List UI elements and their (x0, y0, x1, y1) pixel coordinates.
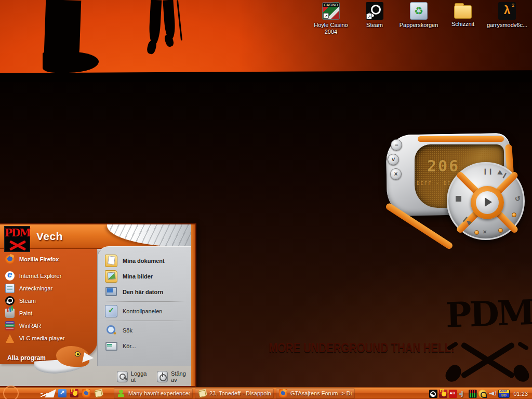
icon-label: Steam (353, 22, 396, 29)
start-button[interactable] (41, 389, 56, 398)
headset-tray-icon[interactable] (478, 390, 487, 398)
menu-item-label: Mozilla Firefox (19, 256, 59, 262)
stop-button[interactable] (456, 196, 461, 202)
desktop-icon-recycle-bin[interactable]: Papperskorgen (397, 2, 441, 29)
start-menu: PDM Vech Mozilla Firefox Internet Explor… (0, 223, 196, 387)
desktop: MORE UNDERGROUND THAN HELL! PDM ↗ Hoyle … (0, 0, 532, 399)
steam-tray-icon[interactable] (429, 390, 437, 398)
ati-tray-icon[interactable] (449, 390, 457, 398)
logout-label: Logga ut (131, 370, 152, 383)
task-title: Many havn't experienced... (128, 390, 190, 396)
vlc-icon (5, 334, 15, 343)
close-button[interactable]: × (390, 168, 402, 180)
menu-item-winrar[interactable]: WinRAR (0, 320, 97, 332)
notepad-icon (5, 284, 15, 293)
task-title: GTAsajtens Forum -> Du... (290, 390, 352, 396)
task-title: 23. Tonedeff - Disappoint... (209, 390, 271, 396)
wallpaper-tagline: MORE UNDERGROUND THAN HELL! (269, 341, 445, 356)
system-tray: 01:23 (425, 388, 531, 399)
menu-item-internet-explorer[interactable]: Internet Explorer (0, 270, 97, 282)
mirc-quicklaunch-icon[interactable] (70, 389, 78, 397)
menu-item-steam[interactable]: Steam (0, 295, 97, 307)
task-buttons: Many havn't experienced... 23. Tonedeff … (114, 388, 355, 399)
menu-item-my-computer[interactable]: Den här datorn (98, 284, 192, 300)
shutdown-button[interactable]: Stäng av (157, 370, 192, 383)
all-programs-button[interactable]: Alla program (7, 354, 46, 362)
option-dot-button[interactable] (474, 230, 479, 235)
menu-item-run[interactable]: Kör... (98, 338, 192, 354)
minimize-button[interactable]: − (391, 139, 402, 151)
desktop-icon-hoyle-casino[interactable]: ↗ Hoyle Casino 2004 (309, 2, 353, 35)
messenger-quicklaunch-icon[interactable] (58, 389, 66, 397)
icon-label: garrysmodv6c... (485, 22, 529, 29)
files-quicklaunch-icon[interactable] (94, 389, 102, 397)
start-button-orb[interactable] (3, 385, 19, 399)
repeat-button[interactable]: ↺ (515, 195, 521, 203)
desktop-icon-schizznit[interactable]: Schizznit (441, 2, 485, 28)
shortcut-arrow-icon: ↗ (323, 13, 329, 19)
media-player-titlebar[interactable] (418, 136, 504, 142)
option-dot-button[interactable] (498, 228, 503, 233)
play-button[interactable] (476, 191, 499, 214)
desktop-icon-garrysmod[interactable]: garrysmodv6c... (485, 2, 529, 29)
icon-label-line2: 2004 (325, 29, 337, 35)
menu-item-paint[interactable]: Paint (0, 307, 97, 320)
menu-item-label: Kör... (123, 343, 136, 349)
menu-item-my-pictures[interactable]: Mina bilder (98, 269, 192, 284)
power-icon (157, 371, 168, 382)
pdm-logo: PDM (4, 226, 30, 252)
winamp-files-icon (198, 389, 206, 397)
menu-item-control-panel[interactable]: Kontrollpanelen (98, 303, 192, 319)
folder-icon (454, 5, 472, 19)
half-life-lambda-icon (498, 2, 516, 20)
daemon-tools-tray-icon[interactable] (459, 390, 467, 398)
firefox-icon (5, 255, 15, 264)
menu-divider (105, 301, 185, 302)
pause-button[interactable]: ❙❙ (483, 168, 493, 175)
option-dot-button[interactable] (512, 212, 516, 217)
menu-divider (105, 321, 185, 321)
icon-label: Papperskorgen (397, 22, 441, 29)
eagle-beak (82, 352, 95, 365)
menu-item-search[interactable]: Sök (98, 323, 192, 338)
key-icon (117, 371, 128, 382)
run-icon (105, 340, 117, 352)
logout-button[interactable]: Logga ut (117, 370, 152, 383)
menu-item-anteckningar[interactable]: Anteckningar (0, 282, 97, 295)
task-button-firefox[interactable]: GTAsajtens Forum -> Du... (276, 388, 355, 399)
eagle-decoration (56, 346, 95, 370)
wallpaper-pdm-logo: PDM (445, 297, 529, 331)
firefox-quicklaunch-icon[interactable] (82, 389, 90, 397)
menu-item-my-documents[interactable]: Mina dokument (98, 253, 192, 269)
taskbar-clock: 01:23 (513, 391, 528, 397)
start-menu-right-panel: Mina dokument Mina bilder Den här datorn… (97, 246, 192, 366)
menu-item-vlc[interactable]: VLC media player (0, 332, 97, 344)
menu-item-mozilla-firefox[interactable]: Mozilla Firefox (0, 253, 97, 265)
menu-item-label: Steam (19, 298, 36, 304)
casino-game-icon: ↗ (322, 2, 340, 20)
play-hub (471, 186, 504, 219)
desktop-icon-steam[interactable]: ↗ Steam (353, 2, 396, 29)
eagle-eye (75, 351, 81, 357)
equalizer-tray-icon[interactable] (469, 390, 477, 398)
mirc-tray-icon[interactable] (439, 390, 447, 398)
menu-item-label: Anteckningar (19, 285, 52, 291)
pdm-logo-text: PDM (5, 227, 30, 239)
my-computer-icon (105, 286, 117, 298)
menu-item-label: Sök (123, 327, 132, 334)
task-button-winamp[interactable]: 23. Tonedeff - Disappoint... (195, 388, 274, 399)
task-button-messenger[interactable]: Many havn't experienced... (114, 388, 193, 399)
xear3d-tray-icon[interactable] (498, 390, 510, 398)
menu-item-label: Kontrollpanelen (123, 308, 162, 314)
quick-launch-bar (58, 389, 102, 397)
recycle-bin-icon (410, 2, 428, 20)
menu-item-label: Internet Explorer (19, 273, 61, 279)
volume-tray-icon[interactable] (488, 390, 497, 398)
shuffle-button[interactable]: ✕ (483, 229, 487, 235)
shade-button[interactable]: ˅ (388, 154, 399, 165)
my-pictures-icon (105, 270, 117, 283)
menu-item-label: Den här datorn (123, 289, 163, 295)
menu-item-label: Paint (19, 310, 32, 316)
messenger-buddy-icon (117, 389, 125, 397)
menu-item-label: Mina dokument (123, 258, 165, 264)
